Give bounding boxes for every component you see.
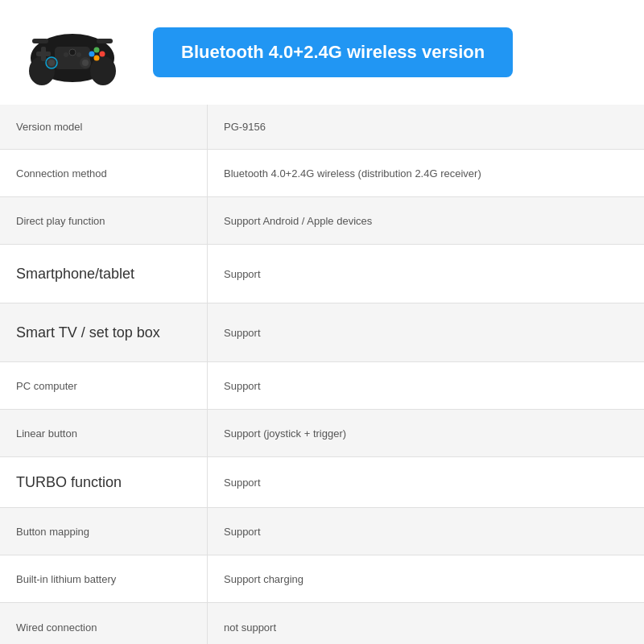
spec-label-turbo: TURBO function: [0, 457, 208, 507]
table-row: Smart TV / set top boxSupport: [0, 303, 644, 362]
spec-label-direct: Direct play function: [0, 197, 208, 244]
product-image: [24, 16, 121, 89]
svg-point-16: [76, 52, 81, 57]
spec-value-smarttv: Support: [208, 303, 644, 361]
spec-label-smarttv: Smart TV / set top box: [0, 303, 208, 361]
svg-point-14: [64, 52, 68, 57]
svg-point-9: [94, 56, 100, 61]
specs-table: Version modelPG-9156Connection methodBlu…: [0, 105, 644, 644]
spec-label-linear: Linear button: [0, 410, 208, 456]
svg-rect-18: [32, 39, 48, 43]
spec-label-buttonmap: Button mapping: [0, 508, 208, 555]
header: Bluetooth 4.0+2.4G wireless version: [0, 0, 644, 105]
svg-point-7: [100, 52, 105, 57]
spec-label-smartphone: Smartphone/tablet: [0, 245, 208, 303]
table-row: TURBO functionSupport: [0, 457, 644, 508]
table-row: Wired connectionnot support: [0, 603, 644, 644]
spec-value-pc: Support: [208, 362, 644, 409]
svg-point-11: [48, 60, 55, 66]
table-row: Built-in lithium batterySupport charging: [0, 555, 644, 603]
spec-value-buttonmap: Support: [208, 508, 644, 555]
spec-label-version: Version model: [0, 105, 208, 149]
svg-rect-5: [41, 47, 46, 61]
spec-label-battery: Built-in lithium battery: [0, 555, 208, 602]
svg-point-6: [94, 47, 100, 53]
spec-value-connection: Bluetooth 4.0+2.4G wireless (distributio…: [208, 150, 644, 196]
svg-rect-19: [97, 39, 113, 43]
table-row: Connection methodBluetooth 4.0+2.4G wire…: [0, 150, 644, 197]
table-row: Version modelPG-9156: [0, 105, 644, 150]
svg-point-15: [69, 49, 76, 56]
spec-label-connection: Connection method: [0, 150, 208, 196]
spec-label-pc: PC computer: [0, 362, 208, 409]
spec-value-smartphone: Support: [208, 245, 644, 303]
svg-point-13: [82, 60, 89, 66]
spec-value-version: PG-9156: [208, 105, 644, 149]
svg-point-2: [90, 56, 116, 85]
svg-point-8: [89, 52, 95, 57]
spec-value-wired: not support: [208, 603, 644, 644]
table-row: PC computerSupport: [0, 362, 644, 410]
spec-value-direct: Support Android / Apple devices: [208, 197, 644, 244]
table-row: Direct play functionSupport Android / Ap…: [0, 197, 644, 245]
spec-label-wired: Wired connection: [0, 603, 208, 644]
table-row: Linear buttonSupport (joystick + trigger…: [0, 410, 644, 457]
spec-value-linear: Support (joystick + trigger): [208, 410, 644, 456]
table-row: Smartphone/tabletSupport: [0, 245, 644, 303]
spec-value-battery: Support charging: [208, 555, 644, 602]
version-title: Bluetooth 4.0+2.4G wireless version: [153, 27, 513, 77]
spec-value-turbo: Support: [208, 457, 644, 507]
table-row: Button mappingSupport: [0, 508, 644, 555]
